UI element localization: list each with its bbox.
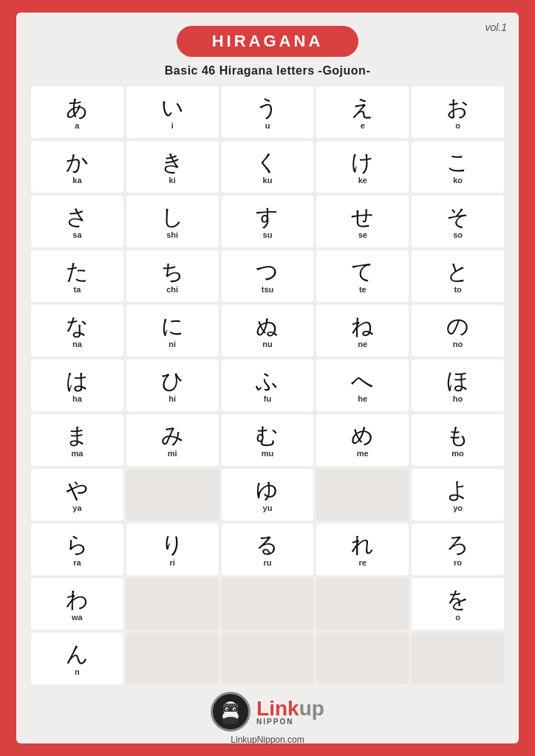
- cell-2-0: さsa: [31, 196, 123, 247]
- kana-6-3: め: [351, 423, 374, 447]
- romaji-3-4: to: [454, 285, 461, 294]
- logo-area: Linkup NIPPON: [211, 692, 324, 732]
- cell-0-1: いi: [126, 86, 219, 138]
- cell-6-3: めme: [316, 414, 409, 466]
- kana-8-0: ら: [66, 532, 89, 557]
- kana-6-2: む: [256, 423, 279, 447]
- romaji-0-2: u: [265, 121, 270, 130]
- title-pill: HIRAGANA: [177, 26, 359, 57]
- romaji-7-0: ya: [72, 504, 81, 512]
- romaji-8-1: ri: [170, 558, 175, 567]
- romaji-6-1: mi: [168, 449, 177, 458]
- cell-1-2: くku: [222, 141, 314, 193]
- kana-5-0: は: [66, 368, 89, 393]
- kana-1-2: く: [256, 150, 279, 174]
- cell-4-0: なna: [31, 305, 123, 357]
- romaji-0-3: e: [361, 121, 365, 130]
- romaji-8-2: ru: [263, 558, 271, 567]
- cell-5-2: ふfu: [222, 360, 314, 411]
- romaji-8-4: ro: [454, 558, 462, 567]
- cell-9-0: わwa: [31, 578, 123, 630]
- romaji-5-4: ho: [453, 394, 463, 403]
- title-text: HIRAGANA: [212, 32, 324, 50]
- kana-5-4: ほ: [446, 368, 469, 393]
- romaji-0-4: o: [455, 121, 460, 130]
- romaji-0-1: i: [171, 121, 174, 130]
- cell-1-1: きki: [126, 141, 219, 193]
- kana-5-1: ひ: [161, 368, 184, 393]
- romaji-2-4: so: [453, 230, 463, 239]
- footer: Linkup NIPPON LinkupNippon.com: [211, 692, 324, 745]
- kana-3-0: た: [66, 259, 89, 284]
- kana-1-4: こ: [446, 150, 469, 174]
- kana-8-4: ろ: [446, 532, 469, 557]
- cell-7-3: [316, 469, 409, 520]
- kana-4-1: に: [161, 314, 184, 338]
- romaji-4-0: na: [72, 340, 82, 348]
- kana-1-0: か: [66, 150, 89, 174]
- romaji-7-4: yo: [453, 504, 463, 512]
- romaji-9-4: o: [455, 613, 460, 622]
- romaji-1-3: ke: [358, 176, 367, 185]
- romaji-4-4: no: [453, 340, 463, 348]
- kana-3-3: て: [351, 259, 374, 284]
- kana-4-4: の: [446, 314, 469, 338]
- cell-4-2: ぬnu: [222, 305, 314, 357]
- kana-5-3: へ: [351, 368, 374, 393]
- kana-7-2: ゆ: [256, 478, 279, 502]
- cell-1-4: こko: [412, 141, 504, 193]
- cell-1-3: けke: [316, 141, 409, 193]
- cell-1-0: かka: [31, 141, 123, 193]
- romaji-7-2: yu: [263, 504, 273, 512]
- cell-9-1: [126, 578, 219, 630]
- kana-3-4: と: [446, 259, 469, 284]
- kana-1-1: き: [161, 150, 184, 174]
- romaji-0-0: a: [75, 121, 79, 130]
- romaji-1-2: ku: [263, 176, 273, 185]
- cell-10-2: [222, 633, 314, 684]
- romaji-2-3: se: [358, 230, 367, 239]
- kana-0-2: う: [256, 95, 279, 120]
- cell-7-0: やya: [31, 469, 123, 520]
- kana-2-0: さ: [66, 205, 89, 229]
- cell-4-4: のno: [412, 305, 504, 357]
- cell-2-3: せse: [316, 196, 409, 247]
- cell-3-2: つtsu: [222, 250, 314, 302]
- cell-7-1: [126, 469, 219, 520]
- cell-3-0: たta: [31, 250, 123, 302]
- kana-2-3: せ: [351, 205, 374, 229]
- kana-7-4: よ: [446, 478, 469, 502]
- romaji-3-3: te: [359, 285, 367, 294]
- cell-3-3: てte: [316, 250, 409, 302]
- cell-6-0: まma: [31, 414, 123, 466]
- kana-8-3: れ: [351, 532, 374, 557]
- cell-6-1: みmi: [126, 414, 219, 466]
- romaji-6-3: me: [357, 449, 369, 458]
- cell-5-0: はha: [31, 360, 123, 411]
- linkup-text: Linkup NIPPON: [256, 698, 324, 726]
- svg-point-8: [222, 717, 239, 724]
- cell-2-1: しshi: [126, 196, 219, 247]
- kana-1-3: け: [351, 150, 374, 174]
- romaji-9-0: wa: [72, 613, 83, 622]
- cell-0-3: えe: [316, 86, 409, 138]
- romaji-6-4: mo: [451, 449, 464, 458]
- romaji-3-1: chi: [166, 285, 178, 294]
- kana-4-2: ぬ: [256, 314, 279, 338]
- cell-3-4: とto: [412, 250, 504, 302]
- kana-3-1: ち: [161, 259, 184, 284]
- cell-0-0: あa: [31, 86, 123, 138]
- cell-7-4: よyo: [412, 469, 504, 520]
- vol-label: vol.1: [485, 21, 507, 33]
- website-link: LinkupNippon.com: [231, 735, 304, 745]
- romaji-1-0: ka: [72, 176, 81, 185]
- kana-8-1: り: [161, 532, 184, 557]
- cell-10-0: んn: [31, 633, 123, 684]
- kana-0-0: あ: [66, 95, 89, 120]
- cell-0-2: うu: [222, 86, 314, 138]
- kana-6-1: み: [161, 423, 184, 447]
- cell-9-2: [222, 578, 314, 630]
- romaji-5-0: ha: [72, 394, 82, 403]
- romaji-5-2: fu: [264, 394, 271, 403]
- romaji-3-2: tsu: [262, 285, 274, 294]
